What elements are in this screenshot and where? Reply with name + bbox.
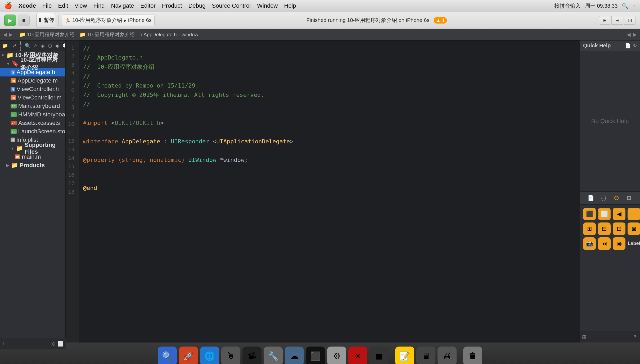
menu-debug[interactable]: Debug	[188, 2, 206, 9]
file-icon-appdelegate-h: h	[11, 70, 15, 75]
dock-sysprefs[interactable]: ⚙	[327, 347, 346, 364]
menu-source-control[interactable]: Source Control	[212, 2, 251, 9]
nav-icon-symbol[interactable]: { }	[20, 40, 21, 51]
sidebar-item-supporting-files[interactable]: ▼ 📁 Supporting Files	[0, 144, 65, 153]
dock-tools[interactable]: 🔧	[264, 347, 283, 364]
dock-printer[interactable]: 🖨	[438, 347, 457, 364]
obj-lib-tab-file[interactable]: 📄	[586, 193, 596, 203]
sidebar-item-project[interactable]: ▼ 🔖 10-应用程序对象介绍	[0, 60, 65, 68]
object-library-grid: ⬛ ⬜ ◀ ≡ ⊞ ⊟ ⊡	[580, 204, 640, 253]
obj-lib-tab-circle[interactable]: ⊙	[612, 193, 621, 203]
sidebar-add-btn[interactable]: +	[2, 340, 6, 343]
sidebar-item-launchscreen[interactable]: sb LaunchScreen.storyboard	[0, 127, 65, 136]
dock-finder[interactable]: 🔍	[158, 347, 177, 364]
obj-lib-grid-icon[interactable]: ⊞	[582, 334, 587, 340]
obj-item-x[interactable]: ⊠	[628, 222, 640, 235]
sidebar-collapse-icon[interactable]: ⬜	[58, 341, 64, 343]
obj-item-label[interactable]: Label	[628, 237, 640, 250]
obj-item-1[interactable]: ⬛	[583, 208, 596, 220]
path-nav-left[interactable]: ◀	[3, 31, 7, 38]
path-segment-3[interactable]: h AppDelegate.h	[139, 32, 177, 38]
obj-lib-tab-grid[interactable]: ⊞	[624, 193, 634, 203]
navigator-toggle[interactable]: ⊞	[599, 16, 610, 25]
obj-item-back[interactable]: ◀	[613, 208, 625, 220]
menu-editor[interactable]: Editor	[140, 2, 155, 9]
spotlight-icon[interactable]: 🔍	[622, 3, 628, 9]
obj-item-camera[interactable]: 📷	[583, 237, 596, 250]
sidebar-item-appdelegate-m[interactable]: m AppDelegate.m	[0, 76, 65, 85]
sidebar-item-products[interactable]: ▶ 📁 Products	[0, 161, 65, 170]
menu-edit[interactable]: Edit	[58, 2, 68, 9]
obj-item-stack[interactable]: ≡	[628, 208, 640, 220]
nav-icon-report[interactable]: 💬	[62, 43, 66, 49]
obj-item-grid[interactable]: ⊞	[583, 222, 596, 235]
menu-view[interactable]: View	[74, 2, 87, 9]
nav-left-icon[interactable]: ◀	[627, 31, 631, 38]
code-view[interactable]: 1 2 3 4 5 6 7 8 9 10 11 12 13 14 15 16 1…	[66, 40, 580, 343]
pause-button[interactable]: ⏸ 暂停	[36, 13, 55, 28]
menu-file[interactable]: File	[42, 2, 52, 9]
sidebar-item-assets[interactable]: xa Assets.xcassets	[0, 119, 65, 127]
nav-icon-debug[interactable]: ⬡	[48, 43, 52, 49]
folder-icon-supporting: 📁	[16, 145, 23, 152]
menu-navigate[interactable]: Navigate	[111, 2, 134, 9]
menu-product[interactable]: Product	[162, 2, 182, 9]
dock-xmind[interactable]: ✕	[348, 347, 367, 364]
file-icon-viewcontroller-m: m	[11, 95, 16, 100]
dock-cloud[interactable]: ☁	[285, 347, 304, 364]
code-text[interactable]: // // AppDelegate.h // 10-应用程序对象介绍 // //…	[79, 40, 580, 343]
products-label: Products	[20, 162, 45, 169]
run-button[interactable]: ▶	[4, 15, 16, 26]
menu-find[interactable]: Find	[93, 2, 105, 9]
sidebar-filter-icon[interactable]: ⊙	[52, 341, 56, 343]
dock-app[interactable]: ◼	[369, 347, 389, 364]
nav-icon-breakpoint[interactable]: ◆	[55, 43, 59, 49]
warning-badge[interactable]: ▲ 1	[434, 17, 447, 24]
dock-trash[interactable]: 🗑	[463, 347, 482, 364]
path-segment-4[interactable]: window	[182, 32, 198, 38]
obj-item-split[interactable]: ⊡	[613, 222, 625, 235]
obj-lib-search-icon[interactable]: ↻	[634, 334, 638, 340]
file-icon-assets: xa	[11, 121, 17, 125]
dock-launchpad[interactable]: 🚀	[179, 347, 198, 364]
scheme-selector[interactable]: 🏃 10-应用程序对象介绍 ▸ iPhone 6s	[62, 15, 155, 26]
nav-right-icon[interactable]: ▶	[633, 31, 637, 38]
stop-button[interactable]: ■	[18, 15, 30, 26]
menu-extras[interactable]: ≡	[633, 3, 636, 9]
debug-toggle[interactable]: ⊟	[611, 16, 623, 25]
inspector-toggle[interactable]: ⊡	[624, 16, 636, 25]
dock-terminal[interactable]: ⬛	[306, 347, 325, 364]
obj-item-2[interactable]: ⬜	[598, 208, 611, 220]
nav-icon-find[interactable]: 🔍	[25, 43, 30, 49]
main-container: 📁 ⎇ { } 🔍 ⚠ ◈ ⬡ ◆ 💬 ▼ 📁 10-应用程序对象 ▼ 🔖 10…	[0, 40, 640, 343]
dock-quicktime[interactable]: 📽	[242, 347, 262, 364]
sidebar-item-viewcontroller-m[interactable]: m ViewController.m	[0, 93, 65, 102]
dock-safari[interactable]: 🌐	[200, 347, 219, 364]
apple-menu[interactable]: 🍎	[4, 2, 12, 10]
obj-item-minus[interactable]: ⊟	[598, 222, 611, 235]
path-segment-1[interactable]: 📁 10-应用程序对象介绍	[19, 31, 75, 38]
input-method[interactable]: 接拼音输入	[554, 2, 581, 10]
nav-icon-issue[interactable]: ⚠	[34, 43, 38, 49]
obj-item-media[interactable]: ⏮	[598, 237, 611, 250]
obj-lib-tab-bracket[interactable]: { }	[599, 193, 609, 203]
dock-notes[interactable]: 📝	[395, 347, 414, 364]
dock-mouse[interactable]: 🖱	[221, 347, 240, 364]
sidebar-item-viewcontroller-h[interactable]: h ViewController.h	[0, 85, 65, 93]
path-segment-2[interactable]: 📁 10-应用程序对象介绍	[79, 31, 135, 38]
quick-help-doc-icon[interactable]: 📄	[625, 43, 631, 49]
sidebar-item-hmmmd-storyboard[interactable]: sb HMMMD.storyboard	[0, 110, 65, 119]
menu-xcode[interactable]: Xcode	[19, 2, 36, 9]
menu-window[interactable]: Window	[257, 2, 278, 9]
nav-icon-folder[interactable]: 📁	[2, 43, 8, 49]
obj-item-3d[interactable]: ◉	[613, 237, 625, 250]
quick-help-refresh-icon[interactable]: ↻	[633, 43, 637, 49]
sidebar-item-main-storyboard[interactable]: sb Main.storyboard	[0, 102, 65, 110]
nav-icon-source[interactable]: ⎇	[11, 43, 17, 49]
code-line-3: // 10-应用程序对象介绍	[83, 62, 575, 71]
nav-icon-test[interactable]: ◈	[41, 43, 45, 49]
filename-appdelegate-m: AppDelegate.m	[17, 77, 58, 84]
path-nav-right[interactable]: ▶	[9, 31, 13, 38]
menu-help[interactable]: Help	[284, 2, 296, 9]
dock-monitor[interactable]: 🖥	[416, 347, 435, 364]
